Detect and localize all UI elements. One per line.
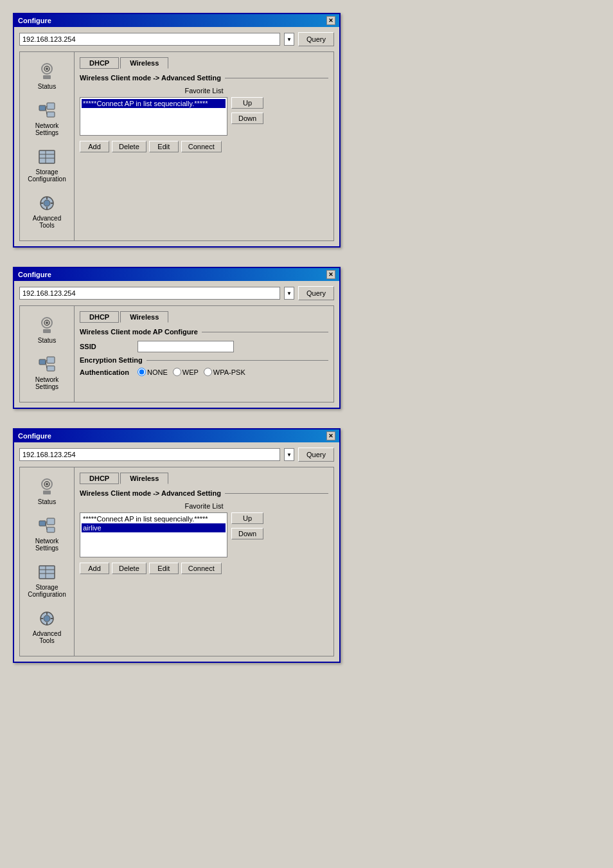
address-dropdown-3[interactable]: ▼ bbox=[284, 448, 294, 461]
sidebar-label-network-1: NetworkSettings bbox=[35, 122, 59, 136]
down-button-3[interactable]: Down bbox=[231, 528, 263, 539]
sidebar-item-storage-3[interactable]: StorageConfiguration bbox=[22, 558, 71, 602]
add-button-1[interactable]: Add bbox=[80, 141, 109, 152]
sidebar-label-status-2: Status bbox=[38, 337, 56, 344]
ssid-input[interactable] bbox=[138, 341, 234, 352]
edit-button-3[interactable]: Edit bbox=[149, 563, 179, 574]
enc-title: Encryption Setting bbox=[80, 356, 328, 364]
up-button-3[interactable]: Up bbox=[231, 512, 263, 524]
radio-wpapsk[interactable]: WPA-PSK bbox=[204, 368, 245, 376]
tab-dhcp-3[interactable]: DHCP bbox=[80, 473, 119, 484]
sidebar-item-status-3[interactable]: Status bbox=[22, 473, 71, 509]
sidebar-3: Status NetworkSettings bbox=[20, 467, 75, 656]
radio-none[interactable]: NONE bbox=[138, 368, 168, 376]
tab-wireless-3[interactable]: Wireless bbox=[120, 473, 168, 484]
svg-point-14 bbox=[44, 200, 50, 206]
btn-row-3: Add Delete Edit Connect bbox=[80, 563, 328, 574]
connect-button-3[interactable]: Connect bbox=[181, 563, 222, 574]
close-button-3[interactable]: ✕ bbox=[326, 431, 335, 440]
query-button-1[interactable]: Query bbox=[298, 32, 334, 46]
form-row-auth: Authentication NONE WEP WPA-PSK bbox=[80, 368, 328, 376]
svg-rect-32 bbox=[39, 521, 46, 526]
address-input-2[interactable] bbox=[19, 287, 280, 300]
sidebar-item-network-2[interactable]: NetworkSettings bbox=[22, 350, 71, 394]
address-bar-2: ▼ Query bbox=[19, 286, 334, 300]
subsection-title-3: Favorite List bbox=[80, 502, 328, 510]
sidebar-item-advanced-1[interactable]: AdvancedTools bbox=[22, 189, 71, 233]
close-button-1[interactable]: ✕ bbox=[326, 16, 335, 25]
sidebar-item-status-2[interactable]: Status bbox=[22, 311, 71, 348]
connect-button-1[interactable]: Connect bbox=[181, 141, 222, 152]
list-item-1-0[interactable]: *****Connect AP in list sequencially.***… bbox=[82, 99, 226, 108]
title-1: Configure bbox=[18, 17, 51, 24]
title-bar-1: Configure ✕ bbox=[14, 14, 339, 27]
edit-button-1[interactable]: Edit bbox=[149, 141, 179, 152]
address-bar-3: ▼ Query bbox=[19, 448, 334, 462]
auth-label: Authentication bbox=[80, 368, 138, 376]
list-row-3: *****Connect AP in list sequencially.***… bbox=[80, 512, 328, 560]
updown-col-1: Up Down bbox=[231, 97, 263, 124]
title-bar-3: Configure ✕ bbox=[14, 429, 339, 442]
delete-button-1[interactable]: Delete bbox=[112, 141, 147, 152]
enc-section: Encryption Setting Authentication NONE W… bbox=[80, 356, 328, 376]
query-button-3[interactable]: Query bbox=[298, 448, 334, 462]
add-button-3[interactable]: Add bbox=[80, 563, 109, 574]
sidebar-label-advanced-3: AdvancedTools bbox=[33, 630, 61, 644]
network-icon-2 bbox=[37, 354, 57, 375]
up-button-1[interactable]: Up bbox=[231, 97, 263, 109]
ssid-label: SSID bbox=[80, 343, 138, 350]
svg-rect-34 bbox=[47, 527, 55, 532]
list-box-1[interactable]: *****Connect AP in list sequencially.***… bbox=[80, 97, 227, 136]
advanced-icon-1 bbox=[37, 193, 57, 213]
svg-rect-24 bbox=[47, 357, 55, 363]
list-box-3[interactable]: *****Connect AP in list sequencially.***… bbox=[80, 512, 227, 557]
tab-dhcp-2[interactable]: DHCP bbox=[80, 311, 119, 323]
radio-group-auth: NONE WEP WPA-PSK bbox=[138, 368, 245, 376]
main-content-3: Status NetworkSettings bbox=[19, 467, 334, 656]
section-title-3: Wireless Client mode -> Advanced Setting bbox=[80, 489, 328, 497]
svg-point-21 bbox=[46, 321, 48, 324]
svg-rect-4 bbox=[39, 105, 46, 111]
tab-wireless-1[interactable]: Wireless bbox=[120, 57, 168, 69]
list-row-1: *****Connect AP in list sequencially.***… bbox=[80, 97, 328, 138]
delete-button-3[interactable]: Delete bbox=[112, 563, 147, 574]
sidebar-label-storage-3: StorageConfiguration bbox=[28, 584, 66, 598]
sidebar-item-advanced-3[interactable]: AdvancedTools bbox=[22, 604, 71, 648]
list-item-3-0[interactable]: *****Connect AP in list sequencially.***… bbox=[82, 514, 226, 523]
address-dropdown-1[interactable]: ▼ bbox=[284, 33, 294, 46]
tab-bar-3: DHCP Wireless bbox=[80, 473, 328, 484]
svg-rect-31 bbox=[43, 491, 51, 494]
updown-col-3: Up Down bbox=[231, 512, 263, 539]
svg-rect-6 bbox=[47, 112, 55, 117]
window-1: Configure ✕ ▼ Query Status bbox=[13, 13, 341, 248]
tab-wireless-2[interactable]: Wireless bbox=[120, 311, 168, 323]
radio-wep-input[interactable] bbox=[173, 368, 181, 376]
tab-dhcp-1[interactable]: DHCP bbox=[80, 57, 119, 69]
radio-wpapsk-input[interactable] bbox=[204, 368, 212, 376]
svg-rect-22 bbox=[43, 329, 51, 333]
svg-rect-25 bbox=[47, 366, 55, 371]
radio-none-input[interactable] bbox=[138, 368, 146, 376]
storage-icon-3 bbox=[37, 562, 57, 583]
advanced-icon-3 bbox=[37, 608, 57, 629]
svg-rect-37 bbox=[39, 566, 55, 579]
address-input-1[interactable] bbox=[19, 33, 280, 46]
query-button-2[interactable]: Query bbox=[298, 286, 334, 300]
sidebar-item-network-3[interactable]: NetworkSettings bbox=[22, 512, 71, 556]
network-icon-1 bbox=[37, 100, 57, 121]
radio-wep[interactable]: WEP bbox=[173, 368, 199, 376]
down-button-1[interactable]: Down bbox=[231, 113, 263, 124]
title-bar-2: Configure ✕ bbox=[14, 268, 339, 281]
status-icon-3 bbox=[37, 476, 57, 497]
sidebar-item-network-1[interactable]: NetworkSettings bbox=[22, 96, 71, 140]
content-area-3: DHCP Wireless Wireless Client mode -> Ad… bbox=[75, 467, 333, 656]
close-button-2[interactable]: ✕ bbox=[326, 270, 335, 279]
address-dropdown-2[interactable]: ▼ bbox=[284, 287, 294, 300]
sidebar-item-status-1[interactable]: Status bbox=[22, 57, 71, 94]
subsection-title-1: Favorite List bbox=[80, 87, 328, 95]
content-area-1: DHCP Wireless Wireless Client mode -> Ad… bbox=[75, 52, 333, 240]
list-item-3-1[interactable]: airlive bbox=[82, 523, 226, 532]
sidebar-item-storage-1[interactable]: StorageConfiguration bbox=[22, 143, 71, 186]
section-title-1: Wireless Client mode -> Advanced Setting bbox=[80, 74, 328, 82]
address-input-3[interactable] bbox=[19, 448, 280, 461]
